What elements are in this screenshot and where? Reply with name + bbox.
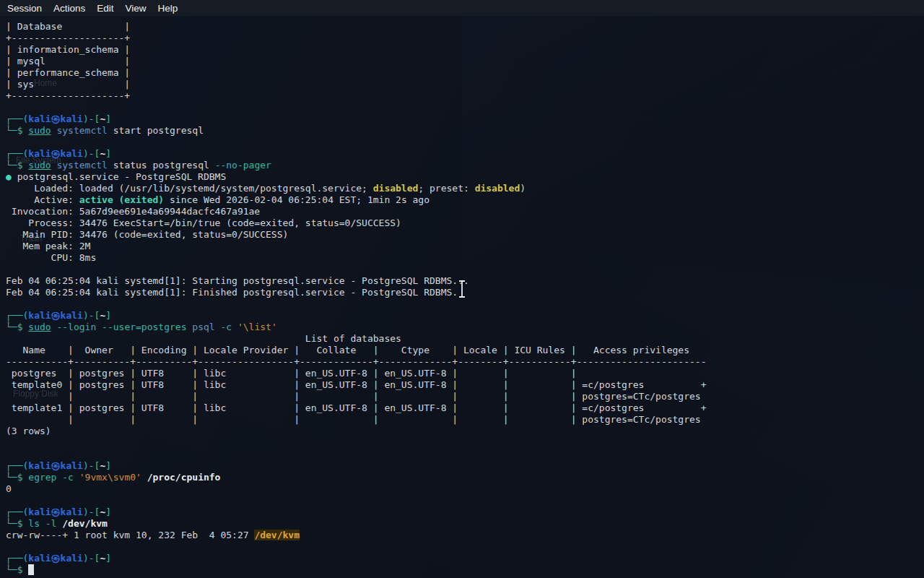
terminal-text-segment: )-[ (83, 113, 100, 124)
terminal-text-segment: 0 (6, 483, 12, 494)
terminal-text-segment: | mysql | (6, 56, 130, 66)
terminal-block-cursor (28, 564, 34, 575)
terminal-text-segment: /dev/kvm (254, 530, 300, 540)
terminal-text-segment: Feb 04 06:25:04 kali systemd[1]: Startin… (6, 275, 469, 286)
terminal-text-segment (141, 472, 147, 483)
terminal-line-31: template0 | postgres | UTF8 | libc | en_… (6, 379, 924, 391)
terminal-text-segment: /dev/kvm (62, 518, 108, 529)
terminal-line-30: postgres | postgres | UTF8 | libc | en_U… (6, 368, 924, 379)
menu-item-edit[interactable]: Edit (91, 1, 119, 15)
terminal-line-16: Invocation: 5a67d9ee691e4a69944dacfc467a… (6, 206, 924, 217)
terminal-text-segment: --login (56, 322, 96, 332)
terminal-line-6: +--------------------+ (6, 90, 924, 102)
terminal-line-40: 0 (6, 483, 924, 495)
terminal-line-17: Process: 34476 ExecStart=/bin/true (code… (6, 217, 924, 229)
terminal-line-29: -----------+----------+----------+------… (6, 356, 924, 368)
terminal-text-segment: --no-pager (215, 160, 271, 171)
terminal-line-24 (6, 298, 924, 310)
terminal-text-segment (96, 322, 102, 332)
terminal-line-11: ┌──(kali㉿kali)-[~] (6, 148, 924, 160)
terminal-text-segment: ┌──( (6, 506, 28, 517)
terminal-line-15: Active: active (exited) since Wed 2026-0… (6, 194, 924, 206)
terminal-text-segment: | information_schema | (6, 44, 130, 55)
terminal-text-segment: ] (105, 553, 111, 564)
terminal-text-segment: )-[ (83, 553, 100, 564)
terminal-line-33: template1 | postgres | UTF8 | libc | en_… (6, 402, 924, 414)
terminal-text-segment: └─$ (6, 125, 22, 136)
terminal-line-39: └─$ egrep -c '9vmx\svm0' /proc/cpuinfo (6, 472, 924, 483)
terminal-line-44: crw-rw----+ 1 root kvm 10, 232 Feb 4 05:… (6, 530, 924, 541)
terminal-text-segment: ● (6, 171, 12, 182)
desktop-icon-label-file-system: File System (16, 155, 61, 165)
terminal-text-segment (74, 472, 79, 483)
terminal-text-segment: postgresql.service - PostgreSQL RDBMS (12, 171, 226, 182)
terminal-line-13: ● postgresql.service - PostgreSQL RDBMS (6, 171, 924, 183)
terminal-text-segment: disabled (373, 183, 419, 194)
terminal-text-segment: Feb 04 06:25:04 kali systemd[1]: Finishe… (6, 287, 458, 298)
terminal-line-35: (3 rows) (6, 426, 924, 437)
terminal-line-46: ┌──(kali㉿kali)-[~] (6, 553, 924, 564)
terminal-text-segment: systemctl (56, 125, 107, 136)
terminal-text-segment: kali㉿kali (28, 113, 83, 124)
terminal-line-14: Loaded: loaded (/usr/lib/systemd/system/… (6, 183, 924, 194)
terminal-line-19: Mem peak: 2M (6, 241, 924, 252)
terminal-text-segment: ] (105, 310, 111, 321)
terminal-line-12: └─$ sudo systemctl status postgresql --n… (6, 160, 924, 171)
terminal-text-segment: kali㉿kali (28, 553, 83, 564)
terminal-text-segment: | | | | | | | | postgres=CTc/postgres (6, 391, 701, 402)
menu-item-actions[interactable]: Actions (48, 1, 91, 15)
terminal-text-segment: +--------------------+ (6, 90, 130, 101)
terminal-line-0: | Database | (6, 21, 924, 33)
terminal-text-segment: ] (105, 460, 111, 471)
terminal-text-segment: └─$ (6, 322, 22, 332)
terminal-text-segment: ] (105, 506, 111, 517)
terminal-text-segment: | performance_schema | (6, 67, 130, 78)
terminal-line-1: +--------------------+ (6, 33, 924, 44)
terminal-text-segment: -----------+----------+----------+------… (6, 356, 707, 367)
menu-item-view[interactable]: View (120, 1, 152, 15)
terminal-line-36 (6, 437, 924, 449)
terminal-line-10 (6, 137, 924, 148)
terminal-text-segment: └─$ (6, 564, 22, 575)
terminal-text-segment: crw-rw----+ 1 root kvm 10, 232 Feb 4 05:… (6, 530, 254, 540)
terminal-text-segment: sudo (28, 322, 51, 332)
terminal-text-segment (232, 322, 237, 332)
terminal-text-segment: '\list' (237, 322, 277, 332)
terminal-text-segment: -c (62, 472, 74, 483)
terminal-text-segment: Active: (6, 194, 79, 205)
terminal-line-3: | mysql | (6, 56, 924, 67)
terminal-text-segment: --user=postgres (102, 322, 186, 332)
desktop-icon-label-home: Home (34, 78, 57, 88)
terminal-text-segment: ┌──( (6, 460, 28, 471)
desktop-icon-label-trash: Trash (20, 233, 42, 243)
terminal-text-segment: kali㉿kali (28, 310, 83, 321)
terminal-line-5: | sys | (6, 79, 924, 90)
terminal-text-segment: ┌──( (6, 113, 28, 124)
terminal-text-segment: sudo (28, 125, 51, 136)
terminal-line-34: | | | | | | | | postgres=CTc/postgres (6, 414, 924, 426)
terminal-text-segment: ) (520, 183, 526, 194)
terminal-text-segment: )-[ (83, 460, 100, 471)
terminal-text-segment: Main PID: 34476 (code=exited, status=0/S… (6, 229, 288, 240)
terminal-line-43: └─$ ls -l /dev/kvm (6, 518, 924, 530)
terminal-line-21 (6, 264, 924, 275)
terminal-text-segment: '9vmx\svm0' (79, 472, 141, 483)
terminal-text-segment: psql (192, 322, 214, 332)
terminal-menubar: SessionActionsEditViewHelp (0, 0, 924, 16)
menu-item-help[interactable]: Help (152, 1, 184, 15)
terminal-line-28: Name | Owner | Encoding | Locale Provide… (6, 345, 924, 356)
terminal-text-segment: | | | | | | | | postgres=CTc/postgres (6, 414, 701, 425)
terminal-text-segment: CPU: 8ms (6, 252, 96, 263)
terminal-text-segment (40, 518, 45, 529)
terminal-line-41 (6, 495, 924, 506)
menu-item-session[interactable]: Session (1, 1, 48, 15)
terminal-text-segment: ls (28, 518, 40, 529)
terminal-text-segment: )-[ (83, 148, 100, 159)
terminal-line-47: └─$ (6, 564, 924, 576)
terminal-line-27: List of databases (6, 333, 924, 345)
terminal-text-segment: Process: 34476 ExecStart=/bin/true (code… (6, 217, 401, 228)
terminal-line-9: └─$ sudo systemctl start postgresql (6, 125, 924, 137)
terminal-text-segment: -c (220, 322, 232, 332)
terminal-line-25: ┌──(kali㉿kali)-[~] (6, 310, 924, 322)
terminal-text-segment: Invocation: 5a67d9ee691e4a69944dacfc467a… (6, 206, 260, 217)
